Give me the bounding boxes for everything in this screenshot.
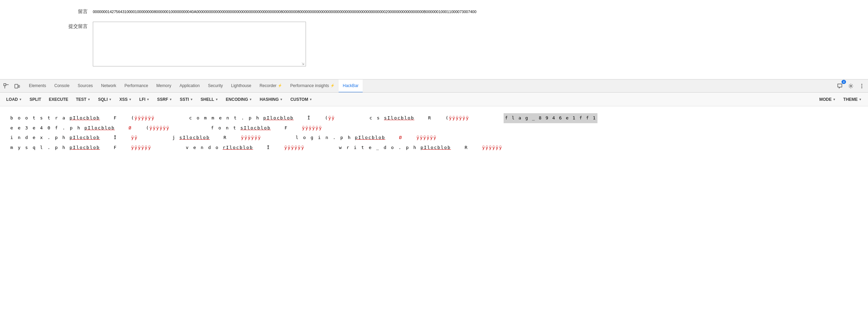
flag-r4: R xyxy=(465,143,469,153)
tab-console[interactable]: Console xyxy=(50,79,74,93)
theme-button[interactable]: THEME ▼ xyxy=(840,96,865,103)
tab-sources[interactable]: Sources xyxy=(74,79,97,93)
xss-dropdown-icon: ▼ xyxy=(129,98,132,101)
perm-11: ÿÿÿÿÿÿ xyxy=(482,143,503,153)
file-col-item-5: f o n t sIlocblob xyxy=(211,123,271,133)
tab-memory-label: Memory xyxy=(156,83,171,88)
login-link[interactable]: pIlocblob xyxy=(355,135,385,140)
ee3e-link[interactable]: pIlocblob xyxy=(85,125,115,130)
comment-link[interactable]: pIlocblob xyxy=(263,115,294,120)
file-col-item: b o o t s t r a pIlocblob xyxy=(10,113,100,123)
svg-point-6 xyxy=(861,84,862,85)
liuyan-label: 留言 xyxy=(0,9,93,15)
file-col-item-9: m y s q l . p h pIlocblob xyxy=(10,143,100,153)
load-dropdown-icon: ▼ xyxy=(19,98,22,101)
execute-label: EXECUTE xyxy=(49,97,68,102)
sqli-button[interactable]: SQLI ▼ xyxy=(95,96,115,103)
bootstrap-link[interactable]: pIlocblob xyxy=(69,115,100,120)
hackbar-toolbar: LOAD ▼ SPLIT EXECUTE TEST ▼ SQLI ▼ XSS ▼… xyxy=(0,93,868,106)
test-dropdown-icon: ▼ xyxy=(87,98,90,101)
flag-i4: Ī xyxy=(267,143,271,153)
flag-f4: F xyxy=(114,143,118,153)
flag-i1: Ī xyxy=(307,113,311,123)
comment-textarea[interactable]: ⇲ xyxy=(93,22,306,66)
file-col-item-11: w r i t e _ d o . p h pIlocblob xyxy=(339,143,451,153)
lfi-label: LFI xyxy=(139,97,145,102)
custom-dropdown-icon: ▼ xyxy=(309,98,312,101)
tab-network[interactable]: Network xyxy=(97,79,120,93)
file-row-4: m y s q l . p h pIlocblob F ÿÿÿÿÿÿ v e n… xyxy=(10,143,858,153)
flag-o2: Ø xyxy=(129,123,132,133)
font-link[interactable]: sIlocblob xyxy=(240,125,271,130)
theme-dropdown-icon: ▼ xyxy=(859,98,862,101)
hashing-button[interactable]: HASHING ▼ xyxy=(256,96,286,103)
liuyan-row: 留言 0000000142756431000010000000080000001… xyxy=(0,7,868,17)
tab-lighthouse-label: Lighthouse xyxy=(231,83,251,88)
tab-performance-insights[interactable]: Performance insights ⚡ xyxy=(286,79,339,93)
perm-6: ÿÿ xyxy=(131,133,138,143)
tab-elements[interactable]: Elements xyxy=(25,79,50,93)
tab-network-label: Network xyxy=(101,83,116,88)
flag-value: f l a g _ 8 9 4 6 e 1 f f 1 xyxy=(504,113,597,123)
flag-f2: F xyxy=(285,123,288,133)
ssrf-button[interactable]: SSRF ▼ xyxy=(154,96,176,103)
mode-label: MODE xyxy=(819,97,832,102)
svg-point-7 xyxy=(861,85,862,86)
file-col-item-8: l o g i n . p h pIlocblob xyxy=(296,133,385,143)
test-label: TEST xyxy=(76,97,87,102)
j-link[interactable]: sIlocblob xyxy=(179,135,210,140)
perm-3: (ÿÿÿÿÿÿ xyxy=(446,113,469,123)
tab-sources-label: Sources xyxy=(78,83,93,88)
perm-9: ÿÿÿÿÿÿ xyxy=(131,143,152,153)
ssti-dropdown-icon: ▼ xyxy=(190,98,193,101)
write-link[interactable]: pIlocblob xyxy=(420,145,451,150)
devtools-tabbar: Elements Console Sources Network Perform… xyxy=(0,79,868,93)
hackbar-mode-section: MODE ▼ THEME ▼ xyxy=(816,96,865,103)
test-button[interactable]: TEST ▼ xyxy=(73,96,94,103)
device-toolbar-icon[interactable] xyxy=(12,81,22,91)
devtools-icons-left xyxy=(1,81,22,91)
ssti-button[interactable]: SSTI ▼ xyxy=(176,96,197,103)
tab-security-label: Security xyxy=(208,83,223,88)
recorder-icon: ⚡ xyxy=(278,84,282,87)
tab-lighthouse[interactable]: Lighthouse xyxy=(227,79,255,93)
split-button[interactable]: SPLIT xyxy=(26,96,45,103)
settings-icon[interactable] xyxy=(846,81,856,91)
ssti-label: SSTI xyxy=(180,97,189,102)
tijiao-label: 提交留言 xyxy=(0,22,93,30)
page-content: 留言 0000000142756431000010000000080000001… xyxy=(0,0,868,79)
tab-memory[interactable]: Memory xyxy=(152,79,175,93)
load-button[interactable]: LOAD ▼ xyxy=(3,96,25,103)
perm-4: (ÿÿÿÿÿÿ xyxy=(146,123,170,133)
tab-security[interactable]: Security xyxy=(204,79,227,93)
xss-button[interactable]: XSS ▼ xyxy=(116,96,135,103)
tab-hackbar-label: HackBar xyxy=(343,83,359,88)
xss-label: XSS xyxy=(119,97,128,102)
more-options-icon[interactable] xyxy=(857,81,867,91)
vendor-link[interactable]: rIlocblob xyxy=(223,145,253,150)
split-label: SPLIT xyxy=(30,97,41,102)
file-col-item-3: c s sIlocblob xyxy=(370,113,415,123)
index-link[interactable]: pIlocblob xyxy=(69,135,100,140)
encoding-dropdown-icon: ▼ xyxy=(249,98,252,101)
cs-link[interactable]: sIlocblob xyxy=(384,115,414,120)
load-label: LOAD xyxy=(6,97,18,102)
shell-button[interactable]: SHELL ▼ xyxy=(197,96,222,103)
tab-application[interactable]: Application xyxy=(175,79,204,93)
custom-button[interactable]: CUSTOM ▼ xyxy=(287,96,316,103)
tab-recorder[interactable]: Recorder ⚡ xyxy=(255,79,286,93)
tab-hackbar[interactable]: HackBar xyxy=(339,79,363,93)
mysql-link[interactable]: pIlocblob xyxy=(69,145,100,150)
sqli-label: SQLI xyxy=(98,97,108,102)
execute-button[interactable]: EXECUTE xyxy=(45,96,72,103)
chat-icon[interactable]: 4 xyxy=(835,81,845,91)
hackbar-content: b o o t s t r a pIlocblob F (ÿÿÿÿÿÿ c o … xyxy=(0,106,868,319)
inspect-element-icon[interactable] xyxy=(1,81,11,91)
file-col-item-7: j sIlocblob xyxy=(172,133,210,143)
tab-performance[interactable]: Performance xyxy=(120,79,152,93)
svg-rect-0 xyxy=(4,84,6,86)
encoding-button[interactable]: ENCODING ▼ xyxy=(222,96,256,103)
lfi-button[interactable]: LFI ▼ xyxy=(136,96,153,103)
svg-rect-3 xyxy=(15,84,18,88)
mode-button[interactable]: MODE ▼ xyxy=(816,96,839,103)
